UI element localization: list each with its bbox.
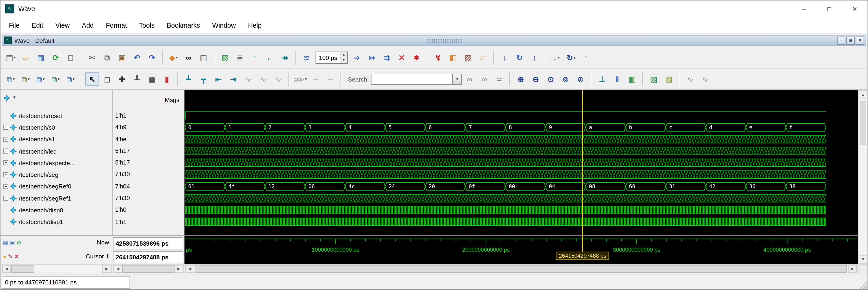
expanded-time-event-button[interactable]: ▥ xyxy=(625,72,639,86)
memory-button[interactable]: ▨ xyxy=(461,51,475,65)
signal-row-segRef0[interactable]: +/testbench/segRef0 xyxy=(0,180,112,193)
next-transition-button[interactable]: ↓▾ xyxy=(549,51,563,65)
dropdown-caret-icon[interactable]: ▾ xyxy=(13,77,14,81)
group-selector[interactable]: ▾ xyxy=(3,94,16,100)
extend-time-button[interactable]: ⋙▾ xyxy=(293,72,308,86)
undock-pane-button[interactable]: ▫ xyxy=(837,36,845,45)
scroll-right-icon[interactable]: ▶ xyxy=(174,265,183,272)
monitor-icon[interactable]: ▣ xyxy=(10,239,15,246)
dropdown-caret-icon[interactable]: ▾ xyxy=(305,77,307,81)
grid-mode-button[interactable]: ▦ xyxy=(145,72,159,86)
resize-grip[interactable] xyxy=(860,282,867,289)
names-hscrollbar[interactable]: ◀ ▶ xyxy=(2,264,112,273)
signal-row-led[interactable]: +/testbench/led xyxy=(0,145,112,157)
menu-bookmarks[interactable]: Bookmarks xyxy=(161,17,206,33)
insert-breakpoint-button[interactable]: ⧉▾ xyxy=(49,72,63,86)
scroll-left-icon[interactable]: ◀ xyxy=(2,265,11,272)
spin-down-icon[interactable]: ▼ xyxy=(340,58,347,63)
expand-icon[interactable]: + xyxy=(3,172,8,177)
signal-row-s1[interactable]: +/testbench/s1 xyxy=(0,134,112,145)
zoom-full-button[interactable]: ⊙ xyxy=(544,72,558,86)
wave-vscrollbar[interactable]: ▲ ▼ xyxy=(859,90,867,264)
signal-row-segRef1[interactable]: +/testbench/segRef1 xyxy=(0,193,112,204)
zoom-range-button[interactable]: ⊛ xyxy=(574,72,588,86)
signal-row-s0[interactable]: +/testbench/s0 xyxy=(0,121,112,134)
delete-cursor-icon[interactable]: ✘ xyxy=(14,253,19,260)
leaf-wave-1-button[interactable]: ∿ xyxy=(683,72,697,86)
delete-cursor-button[interactable]: ┯ xyxy=(196,72,211,86)
dropdown-caret-icon[interactable]: ▾ xyxy=(73,77,74,81)
paste-button[interactable]: ▣ xyxy=(115,51,129,65)
pane-drag-grip[interactable] xyxy=(427,38,462,42)
run-all-button[interactable]: ⇉ xyxy=(380,51,394,65)
stop-light-button[interactable]: ▮ xyxy=(160,72,174,86)
zoom-cursor-button[interactable]: ⊚ xyxy=(559,72,573,86)
print-button[interactable]: ⊟ xyxy=(64,51,78,65)
break-button[interactable]: ✕ xyxy=(395,51,409,65)
insert-divider-button[interactable]: ⧉▾ xyxy=(34,72,48,86)
scroll-up-icon[interactable]: ▲ xyxy=(859,91,867,99)
add-wave-button[interactable]: ⧉▾ xyxy=(4,72,18,86)
dropdown-caret-icon[interactable]: ▾ xyxy=(14,56,16,60)
wave-hscrollbar[interactable]: ◀ ▶ xyxy=(185,264,858,273)
run-length-lines-icon[interactable]: ≋ xyxy=(300,51,313,65)
layout-button[interactable]: ▥ xyxy=(196,51,211,65)
event-order-button[interactable]: ≣ xyxy=(233,51,247,65)
trigger-button[interactable]: ↯ xyxy=(431,51,445,65)
search-options-button[interactable]: ≍ xyxy=(492,72,506,86)
expanded-time-delta-button[interactable]: ‖ xyxy=(610,72,624,86)
menu-format[interactable]: Format xyxy=(100,17,133,33)
mirror-wave-button[interactable]: ∿ xyxy=(256,72,270,86)
expanded-time-off-button[interactable]: ⊥ xyxy=(595,72,609,86)
spin-up-icon[interactable]: ▲ xyxy=(340,52,347,58)
expand-icon[interactable]: + xyxy=(3,196,8,201)
menu-help[interactable]: Help xyxy=(242,17,268,33)
close-pane-button[interactable]: ✕ xyxy=(856,36,864,45)
compile-options-button[interactable]: ◆▾ xyxy=(167,51,181,65)
next-edge-button[interactable]: ⇥ xyxy=(226,72,241,86)
dropdown-caret-icon[interactable]: ▾ xyxy=(574,56,575,60)
signal-row-disp0[interactable]: /testbench/disp0 xyxy=(0,204,112,216)
pane-header[interactable]: ∿ Wave - Default ▫▣✕ xyxy=(2,35,866,46)
prev-edge-button[interactable]: ⇤ xyxy=(211,72,225,86)
menu-window[interactable]: Window xyxy=(206,17,242,33)
open-file-button[interactable]: ▱ xyxy=(19,51,33,65)
scroll-right-icon[interactable]: ▶ xyxy=(848,265,857,272)
cursor-time-flag[interactable]: 2641504297488 ps xyxy=(556,252,609,260)
group-select-icon[interactable] xyxy=(3,94,10,100)
forward-button[interactable]: ↠ xyxy=(278,51,292,65)
run-button[interactable]: ➔ xyxy=(350,51,364,65)
cut-button[interactable]: ✂ xyxy=(85,51,99,65)
signal-row-reset[interactable]: /testbench/reset xyxy=(0,110,112,121)
expand-icon[interactable]: + xyxy=(3,184,8,189)
profile-button[interactable]: ◧ xyxy=(446,51,460,65)
group-caret-icon[interactable]: ▾ xyxy=(13,94,16,99)
invert-wave-button[interactable]: ∿ xyxy=(241,72,255,86)
menu-file[interactable]: File xyxy=(3,17,26,33)
move-up-button[interactable]: ↑ xyxy=(528,51,541,65)
dropdown-caret-icon[interactable]: ▾ xyxy=(176,56,178,60)
reload-wave-button[interactable]: ↻ xyxy=(513,51,527,65)
values-hscrollbar[interactable]: ◀ ▶ xyxy=(113,264,184,273)
cut-wave-button[interactable]: ⊣ xyxy=(309,72,322,86)
menu-tools[interactable]: Tools xyxy=(133,17,161,33)
wave-search-input[interactable] xyxy=(371,74,453,85)
insert-cursor-button[interactable]: ┷ xyxy=(182,72,195,86)
zoom-out-button[interactable]: ⊖ xyxy=(529,72,543,86)
wave-vscroll-thumb[interactable] xyxy=(860,101,866,145)
expand-icon[interactable]: + xyxy=(3,125,8,130)
scroll-left-icon[interactable]: ◀ xyxy=(114,265,122,272)
dropdown-caret-icon[interactable]: ▾ xyxy=(28,77,30,81)
maximize-button[interactable]: □ xyxy=(816,0,842,17)
move-down-button[interactable]: ↓ xyxy=(498,51,512,65)
select-mode-button[interactable]: ↖ xyxy=(85,72,99,86)
edit-cursor-icon[interactable]: ✎ xyxy=(8,253,12,260)
transition-options-button[interactable]: ↻▾ xyxy=(564,51,578,65)
cursor1-label[interactable]: Cursor 1 xyxy=(28,253,109,260)
menu-add[interactable]: Add xyxy=(76,17,99,33)
signal-row-expected[interactable]: +/testbench/expecte... xyxy=(0,157,112,169)
cursor1-value[interactable]: 2641504297488 ps xyxy=(113,251,183,263)
collapse-pattern-button[interactable]: ▨ xyxy=(662,72,676,86)
undo-button[interactable]: ↶ xyxy=(130,51,144,65)
prev-transition-button[interactable]: ↑ xyxy=(579,51,593,65)
